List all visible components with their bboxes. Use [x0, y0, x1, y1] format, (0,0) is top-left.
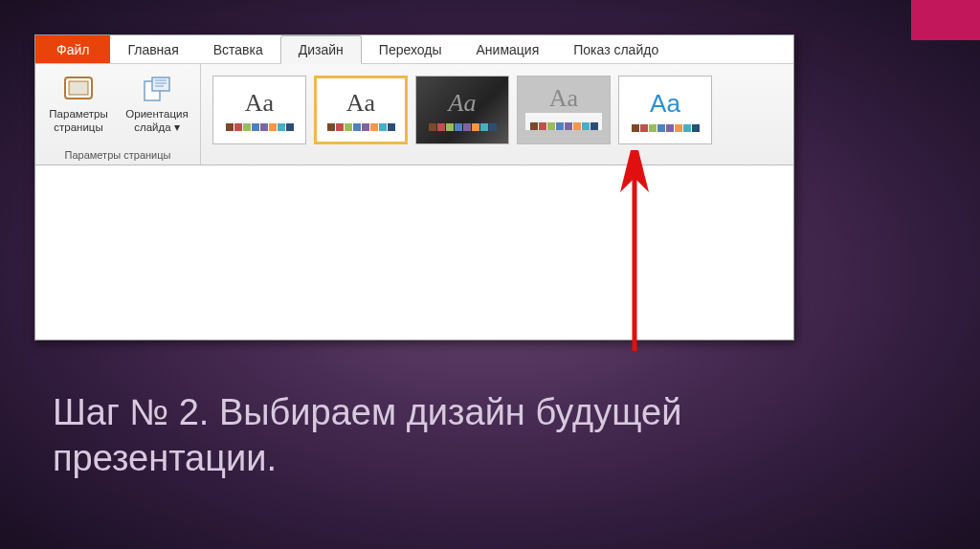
- theme-thumb-1[interactable]: Aa: [212, 76, 306, 144]
- theme-strip: [525, 113, 602, 130]
- page-setup-label: Параметры страницы: [49, 108, 107, 135]
- group-page-setup: Параметры страницы Ориент: [35, 64, 201, 165]
- presentation-slide: Файл Главная Вставка Дизайн Переходы Ани…: [0, 0, 980, 549]
- theme-sample-text: Aa: [650, 89, 680, 119]
- slide-orientation-label: Ориентация слайда ▾: [125, 108, 188, 135]
- theme-thumb-5[interactable]: Aa: [618, 76, 712, 144]
- theme-sample-text: Aa: [449, 89, 477, 118]
- ribbon-body: Параметры страницы Ориент: [35, 64, 793, 165]
- theme-swatches: [429, 123, 497, 131]
- ribbon-tabs: Файл Главная Вставка Дизайн Переходы Ани…: [35, 35, 793, 64]
- page-setup-icon: [62, 73, 95, 105]
- svg-rect-3: [152, 77, 169, 91]
- page-setup-button[interactable]: Параметры страницы: [41, 68, 116, 137]
- tab-slideshow[interactable]: Показ слайдо: [556, 35, 676, 63]
- theme-sample-text: Aa: [549, 84, 578, 113]
- tab-design[interactable]: Дизайн: [280, 35, 362, 64]
- svg-rect-1: [69, 81, 88, 95]
- theme-thumb-3[interactable]: Aa: [415, 76, 509, 144]
- tab-home[interactable]: Главная: [110, 35, 195, 63]
- theme-thumb-4[interactable]: Aa: [517, 76, 611, 144]
- group-themes: Aa Aa Aa Aa: [201, 64, 724, 165]
- tab-insert[interactable]: Вставка: [196, 35, 280, 63]
- theme-swatches: [632, 124, 700, 132]
- theme-swatches: [226, 123, 294, 131]
- theme-sample-text: Aa: [245, 89, 274, 118]
- accent-bar: [911, 0, 980, 40]
- theme-swatches: [530, 122, 598, 130]
- theme-thumb-2-selected[interactable]: Aa: [314, 76, 408, 144]
- slide-orientation-button[interactable]: Ориентация слайда ▾: [120, 68, 194, 137]
- tab-animation[interactable]: Анимация: [459, 35, 557, 63]
- slide-orientation-icon: [141, 73, 173, 105]
- dropdown-caret-icon: ▾: [174, 121, 180, 133]
- powerpoint-screenshot: Файл Главная Вставка Дизайн Переходы Ани…: [34, 34, 794, 340]
- group-page-setup-label: Параметры страницы: [65, 147, 171, 163]
- theme-swatches: [327, 123, 395, 131]
- tab-transitions[interactable]: Переходы: [362, 35, 459, 63]
- theme-sample-text: Aa: [346, 89, 375, 118]
- tab-file[interactable]: Файл: [35, 35, 110, 63]
- slide-caption: Шаг № 2. Выбираем дизайн будущей презент…: [53, 390, 903, 481]
- arrow-annotation-icon: [606, 150, 663, 361]
